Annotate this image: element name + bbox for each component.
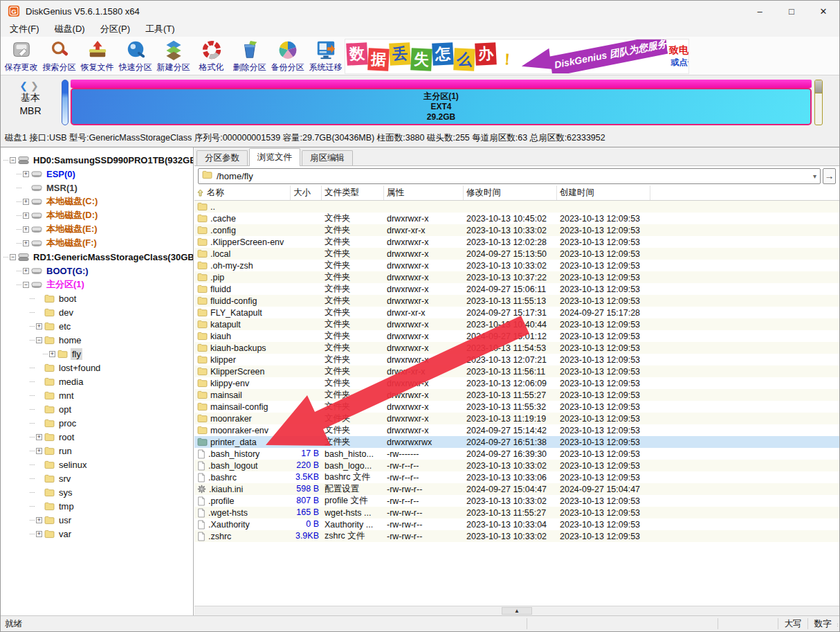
table-row[interactable]: mainsail文件夹drwxrwxr-x2023-10-13 11:55:27… xyxy=(194,389,839,401)
tree-expand-box[interactable]: − xyxy=(36,337,42,343)
tree-item-opt[interactable]: opt xyxy=(1,402,193,416)
toolbar-new-partition-button[interactable]: 新建分区 xyxy=(154,38,192,74)
tab-0[interactable]: 分区参数 xyxy=(197,150,248,165)
tree-item--e-[interactable]: +本地磁盘(E:) xyxy=(1,222,193,236)
menu-item-3[interactable]: 工具(T) xyxy=(139,23,181,35)
menu-item-2[interactable]: 分区(P) xyxy=(94,23,136,35)
tree-expand-box[interactable]: − xyxy=(23,282,29,288)
table-row[interactable]: .cache文件夹drwxrwxr-x2023-10-13 10:45:0220… xyxy=(194,213,839,224)
tree-item-home[interactable]: −home xyxy=(1,333,193,347)
minimize-button[interactable]: – xyxy=(744,1,776,21)
table-row[interactable]: .KlipperScreen-env文件夹drwxrwxr-x2023-10-1… xyxy=(194,236,839,248)
table-row[interactable]: .kiauh.ini598 B配置设置-rw-rw-r--2024-09-27 … xyxy=(194,483,839,495)
table-row[interactable]: FLY_Katapult文件夹drwxr-xr-x2024-09-27 15:1… xyxy=(194,307,839,318)
table-row[interactable]: .Xauthority0 BXauthority ...-rw-rw-r--20… xyxy=(194,518,839,530)
partition-block[interactable]: 主分区(1) EXT4 29.2GB xyxy=(71,88,812,125)
column-header-3[interactable]: 属性 xyxy=(384,186,464,200)
tree-item-sys[interactable]: sys xyxy=(1,485,193,499)
table-row[interactable]: .pip文件夹drwxrwxr-x2023-10-13 10:37:222023… xyxy=(194,271,839,283)
go-button[interactable]: → xyxy=(823,168,836,184)
tree-expand-box[interactable]: − xyxy=(10,254,16,260)
maximize-button[interactable]: □ xyxy=(776,1,807,21)
tree-expand-box[interactable]: + xyxy=(36,517,42,523)
tree-item-proc[interactable]: proc xyxy=(1,416,193,430)
close-button[interactable]: ✕ xyxy=(807,1,839,21)
tree-expand-box[interactable]: + xyxy=(23,226,29,233)
tree-item-fly[interactable]: +fly xyxy=(1,347,193,361)
column-header-1[interactable]: 大小 xyxy=(291,186,322,200)
table-row[interactable]: katapult文件夹drwxrwxr-x2023-10-13 10:40:44… xyxy=(194,318,839,330)
table-row[interactable]: .bash_history17 Bbash_histo...-rw-------… xyxy=(194,448,839,460)
table-row[interactable]: .wget-hsts165 Bwget-hsts ...-rw-rw-r--20… xyxy=(194,507,839,518)
tree-item-msr-1-[interactable]: MSR(1) xyxy=(1,181,193,195)
menu-item-0[interactable]: 文件(F) xyxy=(3,23,46,35)
tree-item--f-[interactable]: +本地磁盘(F:) xyxy=(1,236,193,250)
toolbar-format-button[interactable]: 格式化 xyxy=(192,38,230,74)
table-row[interactable]: klippy-env文件夹drwxrwxr-x2023-10-13 12:06:… xyxy=(194,377,839,389)
column-header-0[interactable]: 名称 xyxy=(194,186,291,200)
table-row[interactable]: .bashrc3.5KBbashrc 文件-rw-r--r--2023-10-1… xyxy=(194,471,839,483)
tree-item-rd1-genericmassstorageclass-30gb-[interactable]: −RD1:GenericMassStorageClass(30GB) xyxy=(1,250,193,264)
ad-contact[interactable]: 致电：400-008-9958 或点击此处选择QQ咨询 xyxy=(669,44,689,69)
chevron-down-icon[interactable]: ▾ xyxy=(813,172,816,180)
toolbar-delete-button[interactable]: 删除分区 xyxy=(230,38,268,74)
table-row[interactable]: .. xyxy=(194,201,839,213)
ad-qq-line[interactable]: 或点击此处选择QQ咨询 xyxy=(669,57,689,69)
tree-item-usr[interactable]: +usr xyxy=(1,513,193,527)
tree-item-mnt[interactable]: mnt xyxy=(1,388,193,402)
tree-item-media[interactable]: media xyxy=(1,374,193,388)
ad-banner[interactable]: 数据丢失怎么办！ DiskGenius 团队为您服务 致电：400-008-99… xyxy=(345,39,689,74)
tree-item-hd0-samsungssd990pro1tb-932gb-[interactable]: −HD0:SamsungSSD990PRO1TB(932GB) xyxy=(1,153,193,167)
tree-expand-box[interactable]: + xyxy=(23,199,29,205)
tree-expand-box[interactable]: + xyxy=(23,268,29,274)
tree-item--1-[interactable]: −主分区(1) xyxy=(1,278,193,291)
table-row[interactable]: .profile807 Bprofile 文件-rw-r--r--2023-10… xyxy=(194,495,839,507)
table-row[interactable]: kiauh文件夹drwxrwxr-x2024-09-27 15:01:12202… xyxy=(194,330,839,342)
table-row[interactable]: fluidd文件夹drwxrwxr-x2024-09-27 15:06:1120… xyxy=(194,283,839,295)
table-row[interactable]: klipper文件夹drwxrwxr-x2023-10-13 12:07:212… xyxy=(194,354,839,365)
table-row[interactable]: .oh-my-zsh文件夹drwxrwxr-x2023-10-13 10:33:… xyxy=(194,260,839,271)
tree-item-etc[interactable]: +etc xyxy=(1,319,193,333)
tree-item-esp-0-[interactable]: +ESP(0) xyxy=(1,167,193,181)
tree-expand-box[interactable]: − xyxy=(10,157,16,163)
tab-1[interactable]: 浏览文件 xyxy=(249,148,300,166)
table-row[interactable]: .bash_logout220 Bbash_logo...-rw-r--r--2… xyxy=(194,460,839,471)
next-disk-icon[interactable]: ❯ xyxy=(30,80,42,91)
horizontal-scrollbar[interactable]: ▲ xyxy=(194,606,839,615)
table-row[interactable]: .config文件夹drwxr-xr-x2023-10-13 10:33:022… xyxy=(194,224,839,236)
tree-item-dev[interactable]: dev xyxy=(1,305,193,319)
tree-expand-box[interactable]: + xyxy=(36,434,42,440)
tree-expand-box[interactable]: + xyxy=(36,448,42,454)
column-header-4[interactable]: 修改时间 xyxy=(464,186,557,200)
path-input[interactable]: /home/fly ▾ xyxy=(198,168,821,184)
table-row[interactable]: .local文件夹drwxrwxr-x2024-09-27 15:13:5020… xyxy=(194,248,839,260)
toolbar-recover-button[interactable]: 恢复文件 xyxy=(78,38,116,74)
table-row[interactable]: printer_data文件夹drwxrwxrwx2024-09-27 16:5… xyxy=(194,436,839,448)
table-row[interactable]: fluidd-config文件夹drwxrwxr-x2023-10-13 11:… xyxy=(194,295,839,307)
toolbar-quick-button[interactable]: 快速分区 xyxy=(116,38,154,74)
tree-item-boot[interactable]: boot xyxy=(1,291,193,305)
tree-expand-box[interactable]: + xyxy=(49,351,55,357)
tree-item--d-[interactable]: +本地磁盘(D:) xyxy=(1,208,193,222)
column-header-2[interactable]: 文件类型 xyxy=(322,186,384,200)
resize-grip[interactable] xyxy=(837,620,838,628)
disk-strip[interactable] xyxy=(71,80,812,88)
table-row[interactable]: moonraker-env文件夹drwxrwxr-x2024-09-27 15:… xyxy=(194,424,839,436)
tree-expand-box[interactable]: + xyxy=(23,240,29,246)
tree-item-tmp[interactable]: tmp xyxy=(1,499,193,513)
tree-item-run[interactable]: +run xyxy=(1,444,193,458)
toolbar-save-button[interactable]: 保存更改 xyxy=(2,38,40,74)
table-row[interactable]: .zshrc3.9KBzshrc 文件-rw-rw-r--2023-10-13 … xyxy=(194,530,839,542)
partition-scroll-right[interactable] xyxy=(814,80,823,125)
toolbar-backup-button[interactable]: 备份分区 xyxy=(268,38,307,74)
partition-scroll-left[interactable] xyxy=(62,80,69,125)
tree-item-root[interactable]: +root xyxy=(1,430,193,444)
tab-2[interactable]: 扇区编辑 xyxy=(302,150,353,165)
tree-expand-box[interactable]: + xyxy=(36,531,42,537)
table-row[interactable]: mainsail-config文件夹drwxrwxr-x2023-10-13 1… xyxy=(194,401,839,413)
tree-item-boot-g-[interactable]: +BOOT(G:) xyxy=(1,264,193,278)
tree-expand-box[interactable]: + xyxy=(23,171,29,177)
tree-item-var[interactable]: +var xyxy=(1,527,193,541)
scroll-collapse-button[interactable]: ▲ xyxy=(502,607,532,615)
tree-item--c-[interactable]: +本地磁盘(C:) xyxy=(1,195,193,208)
